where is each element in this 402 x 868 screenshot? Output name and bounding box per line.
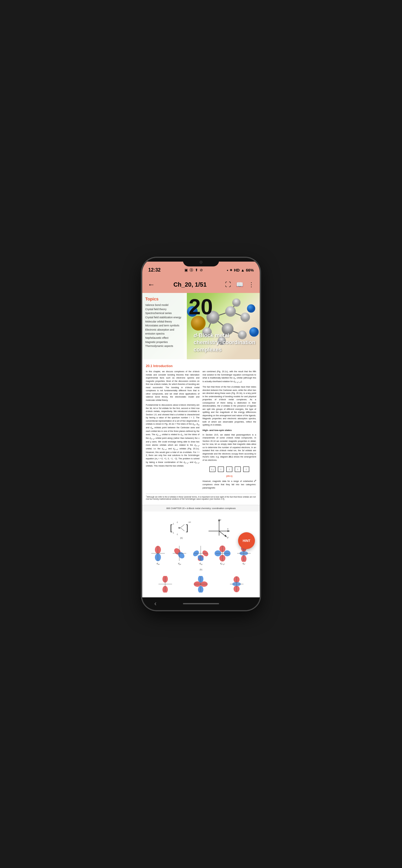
orbital-dx2y2: dx²-y²: [214, 545, 231, 565]
topics-list: Valence bond model Crystal field theory …: [145, 303, 184, 348]
status-time: 12:32: [148, 267, 161, 273]
svg-text:y: y: [227, 536, 228, 538]
more-options-icon[interactable]: ⋮: [248, 281, 254, 288]
dxy-svg: [192, 545, 209, 562]
orbital-dxy: dxy: [192, 545, 209, 565]
left-para-2: Fundamental to discussions about d-block…: [146, 404, 199, 468]
hint-button[interactable]: HINT: [238, 532, 255, 549]
left-column: In this chapter, we discuss complexes of…: [146, 370, 199, 491]
svg-point-12: [232, 299, 240, 307]
octahedral-svg: [ L L L L M ] n+: [169, 518, 193, 536]
subsection-title: High- and low-spin states: [203, 429, 256, 432]
right-para-1: are combined (Fig. 20.1c), with the resu…: [203, 370, 256, 384]
dx2y2-svg: [214, 545, 231, 562]
topic-item-6: Microstates and term symbols: [145, 324, 184, 328]
svg-point-11: [241, 313, 250, 322]
left-para-1: In this chapter, we discuss complexes of…: [146, 370, 199, 402]
footer-page-number: 666: [166, 507, 170, 510]
svg-text:]: ]: [186, 523, 188, 532]
subsection-text: In Section 19.5, we stated that paramagn…: [203, 433, 256, 462]
topic-item-5: Molecular orbital theory: [145, 320, 184, 324]
phone-frame: 12:32 ▣ Ⓑ ⬆ ⊘ • ✦ HD ▲ 66% ← Ch_20, 1/51…: [142, 258, 260, 610]
orbital-dxz: dxz: [150, 545, 166, 565]
chapter-title-text: d-Block metalchemistry: coordinationcomp…: [194, 332, 258, 353]
back-button[interactable]: ←: [148, 280, 155, 289]
main-content: 20.1 Introduction In this chapter, we di…: [142, 359, 260, 505]
topic-item-1: Valence bond model: [145, 303, 184, 307]
chapter-title-block: d-Block metalchemistry: coordinationcomp…: [194, 332, 258, 353]
status-indicator-icons: ▣: [184, 268, 188, 272]
home-indicator: [183, 603, 219, 604]
camera-notch: [183, 258, 219, 267]
status-b-icon: Ⓑ: [190, 268, 193, 273]
equation-label: (20.1): [203, 474, 256, 478]
svg-line-26: [181, 528, 184, 531]
dz2-label: dz²: [243, 562, 245, 565]
footer-chapter-ref: CHAPTER 20 • d-Block metal chemistry: co…: [171, 507, 236, 510]
svg-point-8: [225, 306, 236, 317]
e-box-3: ↑: [226, 467, 233, 472]
orbital-extra-2: [192, 576, 209, 592]
e-box-4: ↑: [235, 467, 241, 472]
svg-point-17: [247, 304, 255, 313]
status-right: • ✦ HD ▲ 66%: [227, 268, 254, 273]
e-box-1: ↑↓: [210, 467, 215, 472]
nav-bar: ← Ch_20, 1/51 ⛶ 📖 ⋮: [142, 277, 260, 293]
nav-back-icon[interactable]: ‹: [154, 600, 156, 608]
status-icons: ▣ Ⓑ ⬆ ⊘: [184, 268, 203, 273]
status-upload-icon: ⬆: [195, 268, 198, 272]
diagram-area: [ L L L L M ] n+: [142, 512, 260, 597]
electron-config-container: ↑↓ ↑ ↑ ↑ ↑ (20.1): [203, 464, 256, 478]
diagram-label-b: (b): [146, 568, 256, 570]
svg-text:L: L: [177, 521, 178, 523]
footnote: †Although we refer to the d orbitals in …: [146, 494, 256, 500]
dxy-label: dxy: [199, 562, 203, 565]
topic-item-7: Electronic absorption and emission spect…: [145, 328, 184, 336]
status-battery: 66%: [246, 268, 254, 273]
svg-text:[: [: [170, 523, 173, 532]
chapter-number: 20: [189, 296, 213, 318]
two-column-layout: In this chapter, we discuss complexes of…: [146, 370, 256, 491]
topic-item-3: Spectrochemical series: [145, 311, 184, 315]
nav-actions: ⛶ 📖 ⋮: [225, 281, 254, 288]
bookmark-icon[interactable]: 📖: [236, 281, 244, 288]
svg-text:x: x: [227, 527, 228, 530]
status-dot: •: [227, 268, 228, 273]
e-box-2: ↑: [218, 467, 224, 472]
topic-item-10: Thermodynamic aspects: [145, 344, 184, 348]
orbital-dyz: dyz: [171, 545, 188, 565]
topic-item-8: Nephelauxetic effect: [145, 336, 184, 340]
orbital-extra-1: [157, 576, 174, 592]
status-hd: HD: [234, 268, 240, 273]
notch-area: [142, 258, 260, 261]
fullscreen-icon[interactable]: ⛶: [225, 281, 231, 288]
topic-item-2: Crystal field theory: [145, 307, 184, 312]
camera-dot: [199, 261, 203, 264]
page-footer: 666 CHAPTER 20 • d-Block metal chemistry…: [142, 505, 260, 512]
svg-text:n+: n+: [189, 521, 191, 523]
axis-diagram: z x y: [206, 518, 233, 540]
svg-text:z: z: [220, 518, 221, 521]
svg-text:L: L: [173, 532, 174, 534]
svg-marker-36: [227, 530, 229, 532]
diagram-label-a: (a): [169, 537, 193, 539]
extra-1-svg: [157, 576, 174, 592]
svg-text:L: L: [173, 523, 174, 525]
orbital-extra-3: [228, 576, 245, 592]
topics-panel: Topics Valence bond model Crystal field …: [142, 293, 187, 359]
status-signal: ✦: [229, 268, 233, 273]
svg-line-25: [181, 524, 184, 527]
orbital-row-b: dxz dyz: [146, 542, 256, 568]
dyz-label: dyz: [178, 562, 181, 565]
coord-box-a: [ L L L L M ] n+: [169, 518, 193, 539]
orbital-row-extra: [146, 573, 256, 594]
content-area: Topics Valence bond model Crystal field …: [142, 293, 260, 597]
dxz-label: dxz: [157, 562, 160, 565]
topic-item-9: Magnetic properties: [145, 340, 184, 344]
after-eq-text: However, magnetic data for a range of oc…: [203, 479, 256, 490]
extra-2-svg: [192, 576, 209, 592]
svg-marker-37: [224, 535, 227, 537]
topics-title: Topics: [145, 297, 184, 301]
svg-text:L: L: [177, 533, 178, 535]
status-network: ▲: [241, 268, 245, 273]
